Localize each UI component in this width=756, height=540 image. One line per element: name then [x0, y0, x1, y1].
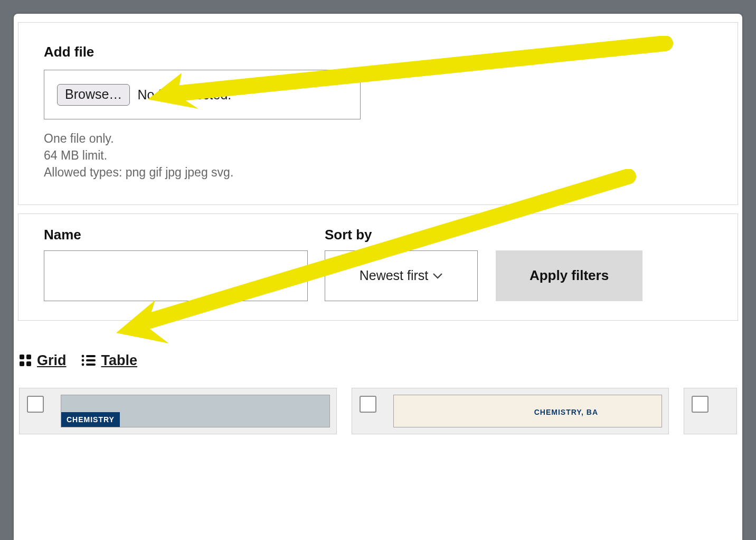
svg-rect-3	[26, 361, 31, 366]
name-filter-col: Name	[44, 227, 308, 301]
svg-point-4	[81, 355, 84, 358]
select-checkbox[interactable]	[360, 396, 376, 413]
filter-row: Name Sort by Newest first Apply filters	[44, 227, 712, 301]
apply-filters-button[interactable]: Apply filters	[496, 250, 642, 301]
svg-rect-5	[86, 355, 96, 357]
view-table-label: Table	[101, 352, 138, 369]
thumbnail-tag: CHEMISTRY	[61, 412, 120, 427]
thumbnail-tag: CHEMISTRY, BA	[534, 408, 598, 416]
file-input-row[interactable]: Browse… No file selected.	[44, 70, 361, 119]
view-toggle: Grid Table	[16, 352, 740, 369]
media-grid: CHEMISTRY CHEMISTRY, BA	[16, 388, 740, 434]
filter-panel: Name Sort by Newest first Apply filters	[18, 213, 738, 321]
view-grid-label: Grid	[37, 352, 67, 369]
upload-help-text: One file only. 64 MB limit. Allowed type…	[44, 130, 712, 181]
select-checkbox[interactable]	[27, 396, 44, 413]
select-checkbox[interactable]	[692, 396, 708, 413]
svg-point-8	[81, 364, 84, 366]
name-input[interactable]	[44, 250, 308, 301]
chevron-down-icon	[432, 272, 443, 280]
media-dialog: Add file Browse… No file selected. One f…	[14, 14, 742, 540]
media-card[interactable]: CHEMISTRY, BA	[352, 388, 669, 434]
thumbnail: CHEMISTRY, BA	[393, 395, 663, 427]
view-grid[interactable]: Grid	[19, 352, 67, 369]
file-status-text: No file selected.	[137, 87, 231, 103]
add-file-panel: Add file Browse… No file selected. One f…	[18, 22, 738, 205]
thumbnail: CHEMISTRY	[61, 395, 330, 427]
svg-rect-1	[26, 355, 31, 359]
view-table[interactable]: Table	[81, 352, 138, 369]
svg-point-6	[81, 359, 84, 362]
browse-button[interactable]: Browse…	[57, 84, 130, 106]
sort-label: Sort by	[325, 227, 478, 243]
grid-icon	[19, 354, 32, 367]
add-file-label: Add file	[44, 44, 712, 60]
sort-value: Newest first	[360, 268, 429, 283]
sort-select[interactable]: Newest first	[325, 250, 478, 301]
svg-rect-0	[20, 355, 24, 359]
svg-rect-7	[86, 359, 96, 361]
name-label: Name	[44, 227, 308, 243]
sort-filter-col: Sort by Newest first	[325, 227, 478, 301]
svg-rect-9	[86, 364, 96, 366]
media-card[interactable]: CHEMISTRY	[19, 388, 337, 434]
svg-rect-2	[20, 361, 24, 366]
media-card[interactable]	[684, 388, 737, 434]
table-icon	[81, 354, 96, 367]
